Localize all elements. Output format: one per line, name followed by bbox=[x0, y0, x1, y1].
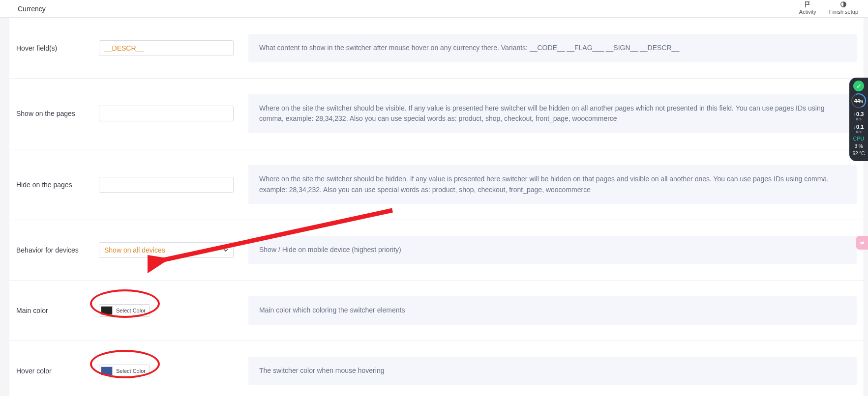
shield-check-icon bbox=[853, 81, 864, 91]
desc-hover-fields: What content to show in the switcher aft… bbox=[248, 34, 857, 62]
activity-label: Activity bbox=[799, 9, 816, 15]
control-hover-color: Select Color bbox=[99, 365, 241, 377]
desc-hide-pages: Where on the site the switcher should be… bbox=[248, 165, 857, 204]
topbar-actions: Activity Finish setup bbox=[799, 0, 858, 18]
behavior-select[interactable]: Show on all devices bbox=[99, 242, 234, 258]
usage-gauge: 44% bbox=[851, 93, 866, 108]
control-behavior: Show on all devices bbox=[99, 242, 241, 258]
label-hover-color: Hover color bbox=[16, 367, 99, 375]
desc-behavior: Show / Hide on mobile device (highest pr… bbox=[248, 236, 857, 264]
system-monitor-widget[interactable]: 44% 0.3K/s 0.1K/s CPU 3 % 62 °C bbox=[849, 78, 868, 161]
desc-hover-color: The switcher color when mouse hovering bbox=[248, 357, 857, 385]
desc-show-pages: Where on the site the switcher should be… bbox=[248, 94, 857, 133]
top-bar: Currency Activity Finish setup bbox=[0, 0, 868, 18]
control-hover-fields bbox=[99, 40, 241, 56]
row-show-pages: Show on the pages Where on the site the … bbox=[9, 79, 864, 149]
side-tab[interactable]: ⇄ bbox=[856, 236, 868, 250]
hover-color-swatch bbox=[101, 367, 113, 375]
settings-panel: Hover field(s) What content to show in t… bbox=[9, 18, 864, 396]
net-up: 0.3K/s bbox=[849, 111, 868, 122]
finish-setup-button[interactable]: Finish setup bbox=[829, 0, 858, 15]
main-color-button-label: Select Color bbox=[116, 308, 146, 313]
activity-button[interactable]: Activity bbox=[799, 0, 816, 15]
hover-color-picker[interactable]: Select Color bbox=[99, 365, 150, 377]
hide-pages-input[interactable] bbox=[99, 177, 234, 193]
show-pages-input[interactable] bbox=[99, 106, 234, 121]
cpu-label: CPU bbox=[849, 136, 868, 141]
flag-icon bbox=[804, 1, 811, 8]
control-hide-pages bbox=[99, 177, 241, 193]
page-title: Currency bbox=[18, 5, 46, 13]
hover-fields-input[interactable] bbox=[99, 40, 234, 56]
control-show-pages bbox=[99, 106, 241, 121]
row-behavior: Behavior for devices Show on all devices… bbox=[9, 220, 864, 281]
label-show-pages: Show on the pages bbox=[16, 110, 99, 117]
label-hover-fields: Hover field(s) bbox=[16, 44, 99, 52]
hover-color-button-label: Select Color bbox=[116, 368, 146, 374]
main-color-swatch bbox=[101, 306, 113, 315]
row-main-color: Main color Select Color Main color which… bbox=[9, 281, 864, 341]
label-behavior: Behavior for devices bbox=[16, 246, 99, 254]
cpu-temp: 62 °C bbox=[849, 151, 868, 156]
cpu-pct: 3 % bbox=[849, 143, 868, 149]
half-circle-icon bbox=[839, 1, 847, 8]
net-down: 0.1K/s bbox=[849, 124, 868, 135]
finish-setup-label: Finish setup bbox=[829, 9, 858, 15]
row-hover-color: Hover color Select Color The switcher co… bbox=[9, 341, 864, 396]
row-hide-pages: Hide on the pages Where on the site the … bbox=[9, 149, 864, 220]
label-main-color: Main color bbox=[16, 307, 99, 314]
row-hover-fields: Hover field(s) What content to show in t… bbox=[9, 18, 864, 79]
desc-main-color: Main color which coloring the switcher e… bbox=[248, 296, 857, 325]
control-main-color: Select Color bbox=[99, 304, 241, 317]
label-hide-pages: Hide on the pages bbox=[16, 181, 99, 189]
main-color-picker[interactable]: Select Color bbox=[99, 304, 150, 317]
page-body: Hover field(s) What content to show in t… bbox=[0, 18, 868, 396]
